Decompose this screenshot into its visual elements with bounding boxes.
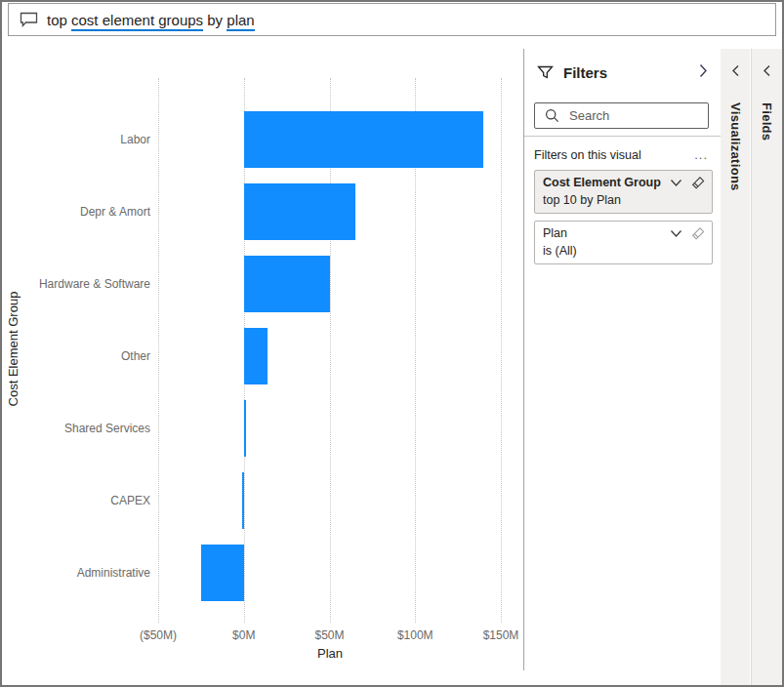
gridline bbox=[501, 78, 502, 623]
visualizations-panel[interactable]: Visualizations bbox=[721, 49, 750, 685]
question-box[interactable]: top cost element groups by plan bbox=[8, 3, 776, 36]
query-term[interactable]: cost element groups bbox=[71, 12, 203, 31]
x-axis-title: Plan bbox=[317, 646, 343, 661]
speech-bubble-icon bbox=[20, 12, 38, 27]
x-tick-label: $0M bbox=[232, 628, 255, 642]
filter-card-title: Cost Element Group bbox=[543, 175, 666, 191]
collapse-pane-chevron-icon[interactable] bbox=[699, 63, 708, 78]
x-tick-label: $150M bbox=[483, 628, 519, 642]
visualizations-panel-label: Visualizations bbox=[728, 102, 743, 191]
x-tick-label: ($50M) bbox=[140, 628, 177, 642]
bar[interactable] bbox=[244, 256, 330, 312]
fields-panel[interactable]: Fields bbox=[751, 49, 782, 685]
search-icon bbox=[545, 108, 559, 123]
filter-card-icons bbox=[670, 176, 706, 190]
filter-card[interactable]: Planis (All) bbox=[534, 221, 713, 264]
x-tick-label: $100M bbox=[397, 628, 433, 642]
x-tick-label: $50M bbox=[314, 628, 344, 642]
filter-funnel-icon bbox=[537, 64, 554, 80]
more-options-icon[interactable]: ... bbox=[694, 151, 708, 159]
category-label: Depr & Amort bbox=[2, 204, 150, 220]
bar-chart-visual[interactable]: Cost Element Group Plan ($50M)$0M$50M$10… bbox=[2, 49, 523, 685]
question-text: top cost element groups by plan bbox=[47, 12, 255, 28]
filter-card-detail: is (All) bbox=[543, 243, 706, 259]
bar[interactable] bbox=[201, 545, 244, 601]
category-label: Hardware & Software bbox=[2, 276, 150, 292]
query-term[interactable]: plan bbox=[227, 12, 254, 31]
expand-fields-chevron-icon[interactable] bbox=[763, 64, 771, 77]
expand-visualizations-chevron-icon[interactable] bbox=[731, 64, 740, 77]
category-label: Labor bbox=[2, 132, 150, 147]
filters-pane: Filters Filters on this visual ... Cost … bbox=[524, 49, 721, 685]
filters-on-visual-label: Filters on this visual bbox=[534, 148, 641, 162]
query-word: top bbox=[47, 12, 71, 28]
divider bbox=[524, 136, 721, 137]
gridline bbox=[158, 78, 159, 623]
bar[interactable] bbox=[242, 472, 244, 529]
filters-section-row: Filters on this visual ... bbox=[524, 148, 721, 162]
filter-search-box[interactable] bbox=[534, 102, 709, 129]
filter-card-title: Plan bbox=[543, 225, 666, 242]
category-label: CAPEX bbox=[2, 493, 150, 508]
chevron-down-icon[interactable] bbox=[670, 179, 682, 187]
filter-card-detail: top 10 by Plan bbox=[543, 192, 706, 208]
chevron-down-icon[interactable] bbox=[670, 229, 682, 238]
query-word: by bbox=[203, 12, 227, 28]
category-label: Administrative bbox=[2, 565, 150, 581]
category-label: Shared Services bbox=[2, 421, 150, 436]
bar[interactable] bbox=[244, 111, 484, 168]
filter-card-list: Cost Element Grouptop 10 by PlanPlanis (… bbox=[534, 170, 713, 271]
filters-pane-title: Filters bbox=[563, 64, 607, 81]
fields-panel-label: Fields bbox=[760, 102, 774, 141]
category-label: Other bbox=[2, 348, 150, 364]
filter-card-icons bbox=[670, 226, 706, 241]
filter-card[interactable]: Cost Element Grouptop 10 by Plan bbox=[534, 170, 713, 214]
bar[interactable] bbox=[244, 400, 246, 457]
bar[interactable] bbox=[244, 328, 268, 384]
search-input[interactable] bbox=[567, 107, 708, 124]
filters-header: Filters bbox=[524, 61, 721, 84]
bar[interactable] bbox=[244, 183, 355, 240]
qna-window: top cost element groups by plan Cost Ele… bbox=[0, 0, 784, 687]
eraser-icon[interactable] bbox=[691, 226, 706, 241]
eraser-icon[interactable] bbox=[691, 176, 706, 190]
